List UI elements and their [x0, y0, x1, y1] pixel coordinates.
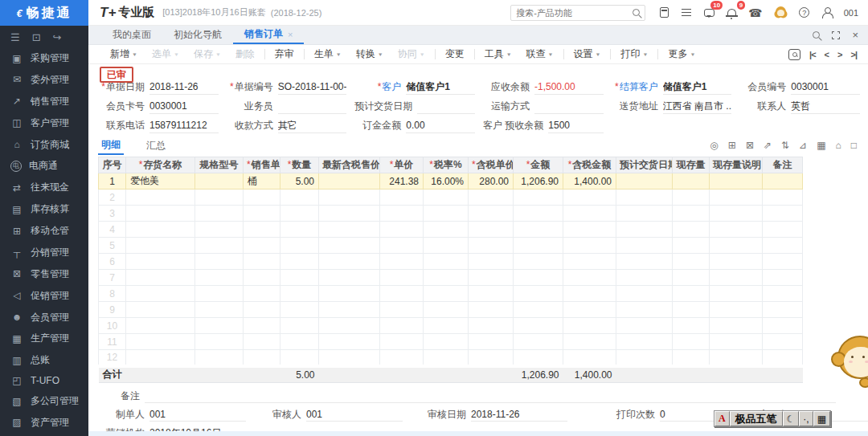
sidebar-item-customer[interactable]: ◫客户管理 — [10, 116, 88, 130]
insert-row-icon[interactable]: ⊞ — [728, 141, 736, 150]
col-header-2[interactable]: 规格型号 — [195, 157, 244, 173]
toolbar-button-11[interactable]: 变更 — [438, 45, 472, 63]
toolbar-button-8[interactable]: 转换▼ — [349, 45, 391, 63]
tab-0[interactable]: 我的桌面 — [101, 26, 162, 44]
sidebar-item-multi-company[interactable]: ▧多公司管理 — [10, 394, 88, 408]
field-value[interactable]: 001 — [149, 408, 246, 422]
last-record-button[interactable]: >| — [850, 50, 857, 59]
field-value[interactable]: 0.00 — [406, 118, 475, 133]
cell-r1c9[interactable]: 1,206.90 — [514, 173, 563, 189]
cell-r1c10[interactable]: 1,400.00 — [563, 173, 616, 189]
sidebar-item-ecommerce[interactable]: 电电商通 — [10, 159, 88, 173]
layout-icon[interactable]: ▦ — [817, 141, 825, 150]
app-logo[interactable]: € 畅捷通 — [0, 0, 88, 26]
menu-hamburger-icon[interactable]: ☰ — [10, 31, 20, 43]
first-record-button[interactable]: |< — [809, 50, 816, 59]
col-header-10[interactable]: *含税金额 — [563, 157, 616, 173]
sidebar-item-mobile-warehouse[interactable]: ⊞移动仓管 — [10, 224, 88, 238]
col-header-7[interactable]: *税率% — [424, 157, 469, 173]
toolbar-button-3[interactable]: 删除 — [228, 45, 262, 63]
cell-r1c12[interactable] — [673, 173, 710, 189]
col-header-5[interactable]: 最新含税售价 — [319, 157, 380, 173]
fullscreen-icon[interactable] — [832, 31, 840, 39]
cell-r1c7[interactable]: 16.00% — [424, 173, 469, 189]
search-icon[interactable] — [633, 9, 640, 16]
cell-r1c1[interactable]: 爱他美 — [126, 173, 195, 189]
close-icon[interactable]: × — [852, 29, 858, 41]
field-value[interactable] — [534, 99, 604, 114]
sidebar-item-member[interactable]: ☻会员管理 — [10, 311, 88, 324]
calculator-button[interactable] — [658, 6, 669, 19]
mascot-monkey[interactable] — [831, 334, 868, 401]
sidebar-item-promotion[interactable]: ◁促销管理 — [10, 289, 88, 303]
col-header-1[interactable]: *存货名称 — [126, 157, 195, 173]
global-search[interactable] — [510, 5, 645, 21]
field-value[interactable]: SO-2018-11-00-0... — [278, 79, 347, 95]
ime-softkeyboard[interactable]: ▦ — [813, 411, 830, 426]
field-value[interactable]: 2018-11-26 — [471, 408, 567, 422]
location-icon[interactable]: ◎ — [710, 141, 718, 150]
toolbar-button-13[interactable]: 工具▼ — [477, 45, 519, 63]
tab-close-icon[interactable]: × — [288, 30, 293, 39]
sidebar-item-asset[interactable]: ▨资产管理 — [10, 416, 88, 430]
toolbar-button-18[interactable]: 打印▼ — [613, 45, 655, 63]
sidebar-item-ledger[interactable]: ▥总账 — [10, 353, 88, 367]
browse-documents-icon[interactable] — [788, 49, 800, 60]
field-value[interactable]: 0030001 — [791, 79, 860, 95]
cell-r1c13[interactable] — [710, 173, 763, 189]
global-search-input[interactable] — [516, 8, 633, 18]
cell-r1c5[interactable] — [319, 173, 380, 189]
field-value[interactable] — [278, 99, 347, 114]
cell-r1c4[interactable]: 5.00 — [280, 173, 319, 189]
field-value[interactable]: 0030001 — [149, 99, 219, 114]
toolbar-button-16[interactable]: 设置▼ — [567, 45, 608, 63]
toolbar-button-14[interactable]: 联查▼ — [519, 45, 561, 63]
export-icon[interactable]: ⇗ — [764, 141, 772, 150]
assistant-monkey-button[interactable] — [774, 6, 788, 19]
ime-halfwidth[interactable]: ☾ — [783, 411, 800, 426]
field-value[interactable]: 其它 — [278, 118, 347, 133]
notifications-button[interactable]: 9 — [726, 6, 737, 19]
col-header-6[interactable]: *单价 — [380, 157, 424, 173]
cell-r1c2[interactable] — [195, 173, 244, 189]
toolbar-button-0[interactable]: 新增▼ — [103, 45, 145, 63]
col-header-9[interactable]: *金额 — [514, 157, 563, 173]
tab-search-icon[interactable] — [813, 31, 820, 39]
grid-fullscreen-icon[interactable]: □ — [851, 141, 857, 150]
field-value[interactable]: -1,500.00 — [534, 79, 604, 95]
ime-name[interactable]: 极品五笔 — [730, 411, 783, 426]
col-header-11[interactable]: 预计交货日期 — [616, 157, 673, 173]
phone-button[interactable]: ☎ — [748, 6, 762, 19]
field-value[interactable]: 1500 — [548, 118, 603, 133]
field-value[interactable]: 2018-11-26 — [149, 79, 219, 95]
field-value[interactable]: 英哲 — [791, 99, 860, 114]
field-value[interactable]: 001 — [306, 408, 403, 422]
toolbar-button-5[interactable]: 弃审 — [268, 45, 301, 63]
sidebar-item-retail[interactable]: ⊠零售管理 — [10, 267, 88, 281]
sort-icon[interactable]: ⇅ — [781, 141, 789, 150]
tab-1[interactable]: 初始化导航 — [162, 26, 233, 44]
delete-row-icon[interactable]: ⊠ — [746, 141, 754, 150]
cell-r1c8[interactable]: 280.00 — [469, 173, 514, 189]
field-value[interactable]: 15879111212 — [149, 118, 219, 133]
col-header-0[interactable]: 序号 — [99, 157, 126, 173]
col-header-8[interactable]: *含税单价 — [469, 157, 514, 173]
sidebar-item-mall[interactable]: ⌂订货商城 — [10, 138, 88, 152]
sidebar-item-procurement[interactable]: ▣采购管理 — [10, 51, 88, 65]
field-value[interactable]: 储值客户1 — [663, 79, 732, 95]
task-list-button[interactable] — [681, 6, 692, 19]
sidebar-item-cash[interactable]: ⇄往来现金 — [10, 181, 88, 194]
sidebar-item-sales[interactable]: ↗销售管理 — [10, 95, 88, 108]
next-record-button[interactable]: > — [837, 50, 841, 59]
col-header-13[interactable]: 现存量说明 — [710, 157, 763, 173]
sidebar-item-inventory[interactable]: ▤库存核算 — [10, 202, 88, 216]
user-button[interactable] — [821, 6, 833, 19]
col-header-14[interactable]: 备注 — [763, 157, 803, 173]
toolbar-button-20[interactable]: 更多▼ — [661, 45, 702, 63]
help-button[interactable]: ? — [799, 6, 810, 19]
col-header-4[interactable]: *数量 — [280, 157, 319, 173]
sidebar-item-production[interactable]: ▦生产管理 — [10, 332, 88, 345]
ime-punctuation[interactable]: ·, — [799, 411, 813, 426]
toolbar-button-9[interactable]: 协同▼ — [391, 45, 432, 63]
sidebar-item-tufo[interactable]: ◰T-UFO — [10, 375, 88, 386]
